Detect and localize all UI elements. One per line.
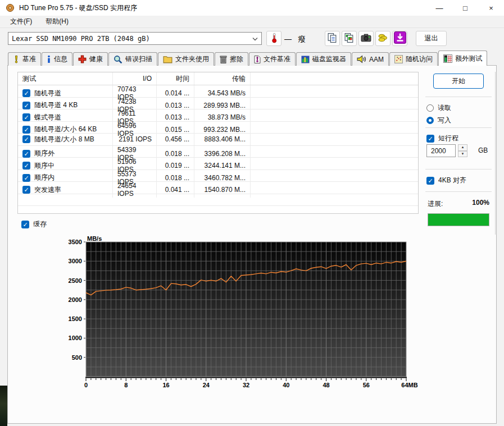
- cache-row[interactable]: ✓ 缓存: [21, 219, 47, 229]
- short-stroke-row[interactable]: ✓ 短行程: [426, 134, 458, 143]
- svg-text:3500: 3500: [69, 239, 82, 245]
- tab-label: 基准: [22, 54, 36, 64]
- test-name: 突发速率: [34, 185, 61, 195]
- menu-help[interactable]: 帮助(H): [40, 16, 74, 28]
- thermometer-icon: [270, 33, 278, 45]
- save-button[interactable]: [375, 31, 391, 46]
- camera-icon: [361, 34, 371, 44]
- test-name: 随机寻道/大小 8 MB: [34, 135, 94, 144]
- random-access-icon: [394, 55, 403, 63]
- row-checkbox[interactable]: ✓: [22, 150, 30, 158]
- row-checkbox[interactable]: ✓: [22, 126, 30, 134]
- tab-aam[interactable]: AAM: [352, 52, 389, 66]
- table-row: ✓顺序外54339 IOPS0.018 ...3396.208 M...: [18, 146, 418, 158]
- svg-text:48: 48: [323, 382, 329, 388]
- menu-file[interactable]: 文件(F): [4, 16, 38, 28]
- row-checkbox[interactable]: ✓: [22, 89, 30, 97]
- close-button[interactable]: ×: [478, 0, 504, 16]
- minimize-button[interactable]: —: [426, 0, 452, 16]
- transfer-value: 8883.406 M...: [194, 134, 251, 145]
- copy-icon: [327, 33, 338, 45]
- tab-label: 文件夹使用: [175, 54, 209, 64]
- separator: [425, 191, 492, 192]
- tab-disk-monitor[interactable]: 磁盘监视器: [296, 52, 351, 66]
- download-arrow-icon: [394, 31, 406, 45]
- test-name: 随机寻道: [34, 89, 61, 98]
- exit-button[interactable]: 退出: [416, 31, 447, 46]
- screenshot-button[interactable]: [358, 31, 374, 46]
- health-icon: [78, 55, 87, 63]
- aam-icon: [357, 55, 366, 63]
- table-row: ✓随机寻道/大小 8 MB2191 IOPS0.456 ...8883.406 …: [18, 134, 418, 146]
- tab-folder-usage[interactable]: 文件夹使用: [158, 52, 214, 66]
- svg-text:16: 16: [162, 382, 169, 388]
- drive-select-value: Lexar SSD NM1090 PRO 2TB (2048 gB): [12, 35, 252, 43]
- align-4kb-checkbox[interactable]: ✓: [426, 177, 434, 185]
- start-button[interactable]: 开始: [433, 74, 484, 89]
- align-4kb-label: 4KB 对齐: [438, 176, 466, 185]
- read-radio-row[interactable]: 读取: [426, 103, 451, 113]
- tab-file-benchmark[interactable]: 文件基准: [249, 52, 296, 66]
- tab-error-scan[interactable]: 错误扫描: [108, 52, 157, 66]
- row-checkbox[interactable]: ✓: [22, 113, 30, 121]
- copy-image-icon: [344, 33, 355, 45]
- tab-label: AAM: [369, 56, 384, 63]
- svg-text:0: 0: [84, 382, 88, 388]
- tab-health[interactable]: 健康: [73, 52, 108, 66]
- info-icon: [47, 55, 51, 63]
- results-table: 测试 I/O 时间 传输 ✓随机寻道70743 IOPS0.014 ...34.…: [17, 72, 419, 214]
- short-stroke-checkbox[interactable]: ✓: [426, 135, 434, 143]
- svg-text:MB/s: MB/s: [87, 235, 102, 242]
- copy-image-button[interactable]: [342, 31, 357, 46]
- cache-label: 缓存: [33, 219, 47, 229]
- temperature-button[interactable]: [266, 31, 281, 46]
- benchmark-chart: 5001000150020002500300035000816243240485…: [62, 235, 421, 393]
- short-stroke-stepper: ▲ ▼: [458, 144, 467, 157]
- progress-fill: [428, 214, 489, 226]
- svg-text:8: 8: [124, 382, 128, 388]
- svg-text:24: 24: [203, 382, 210, 388]
- drive-select-dropdown[interactable]: Lexar SSD NM1090 PRO 2TB (2048 gB): [8, 32, 262, 45]
- svg-text:2000: 2000: [69, 296, 82, 303]
- read-radio[interactable]: [426, 104, 434, 112]
- row-checkbox[interactable]: ✓: [22, 135, 30, 143]
- write-radio-label: 写入: [438, 116, 451, 125]
- io-value: 24654 IOPS: [113, 182, 157, 198]
- maximize-button[interactable]: □: [452, 0, 478, 16]
- align-row[interactable]: ✓ 4KB 对齐: [426, 176, 466, 185]
- read-radio-label: 读取: [438, 103, 451, 113]
- short-stroke-label: 短行程: [438, 134, 458, 143]
- row-checkbox[interactable]: ✓: [22, 174, 30, 182]
- benchmark-icon: [13, 55, 20, 63]
- write-radio[interactable]: [426, 117, 434, 124]
- title-bar: HD Tune Pro 5.75 - 硬盘/SSD 实用程序 — □ ×: [0, 0, 504, 16]
- test-name: 随机寻道/大小 64 KB: [34, 125, 97, 134]
- chart-svg: 5001000150020002500300035000816243240485…: [62, 235, 421, 391]
- short-stroke-size-input[interactable]: 2000: [426, 144, 456, 157]
- copy-text-button[interactable]: [325, 31, 340, 46]
- stepper-down-button[interactable]: ▼: [458, 151, 467, 158]
- table-row: ✓顺序中51906 IOPS0.019 ...3244.141 M...: [18, 158, 418, 170]
- tab-extra-test[interactable]: 额外测试: [438, 51, 487, 66]
- svg-text:2500: 2500: [69, 277, 82, 284]
- test-name: 随机寻道 4 KB: [34, 100, 78, 110]
- short-stroke-unit: GB: [478, 146, 488, 154]
- col-header-transfer: 传输: [194, 72, 251, 85]
- table-row: ✓顺序内55373 IOPS0.018 ...3460.782 M...: [18, 170, 418, 182]
- stepper-up-button[interactable]: ▲: [458, 144, 467, 151]
- download-button[interactable]: [392, 31, 407, 46]
- chevron-down-icon: [252, 35, 258, 43]
- row-checkbox[interactable]: ✓: [22, 162, 30, 170]
- window-controls: — □ ×: [426, 0, 504, 16]
- row-checkbox[interactable]: ✓: [22, 102, 30, 109]
- temperature-readout: — 癈: [284, 34, 308, 44]
- tab-info[interactable]: 信息: [42, 52, 72, 66]
- tab-random-access[interactable]: 随机访问: [389, 52, 438, 66]
- test-name: 顺序外: [34, 149, 55, 158]
- row-checkbox[interactable]: ✓: [22, 186, 30, 194]
- write-radio-row[interactable]: 写入: [426, 116, 451, 125]
- tab-benchmark[interactable]: 基准: [8, 52, 41, 66]
- cache-checkbox[interactable]: ✓: [21, 221, 29, 228]
- folder-usage-icon: [163, 56, 172, 63]
- tab-erase[interactable]: 擦除: [215, 52, 248, 66]
